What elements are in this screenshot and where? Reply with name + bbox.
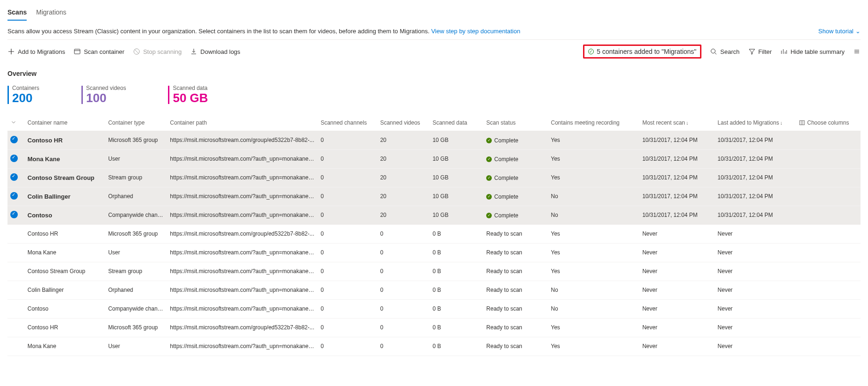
notification-text: 5 containers added to "Migrations": [597, 48, 696, 55]
row-checkbox[interactable]: [10, 342, 18, 349]
hide-summary-button[interactable]: Hide table summary: [780, 48, 845, 55]
table-row[interactable]: Colin Ballinger Orphaned https://msit.mi…: [7, 281, 861, 299]
row-select-cell[interactable]: [7, 299, 25, 318]
container-name: Mona Kane: [28, 343, 56, 349]
download-logs-button[interactable]: Download logs: [190, 48, 240, 55]
stats-row: Containers 200 Scanned videos 100 Scanne…: [7, 82, 861, 115]
row-checkbox[interactable]: [10, 267, 18, 275]
row-select-cell[interactable]: [7, 281, 25, 299]
hide-summary-label: Hide table summary: [790, 48, 845, 55]
svg-rect-0: [74, 49, 80, 54]
header-status[interactable]: Scan status: [483, 115, 548, 131]
add-to-migrations-button[interactable]: Add to Migrations: [7, 48, 65, 55]
table-row[interactable]: Contoso HR Microsoft 365 group https://m…: [7, 131, 861, 149]
header-name[interactable]: Container name: [25, 115, 105, 131]
row-select-cell[interactable]: [7, 206, 25, 224]
row-select-cell[interactable]: [7, 131, 25, 149]
filter-button[interactable]: Filter: [748, 48, 772, 55]
cell-added: 10/31/2017, 12:04 PM: [715, 131, 861, 149]
more-button[interactable]: [853, 48, 861, 55]
show-tutorial-button[interactable]: Show tutorial ⌄: [818, 28, 861, 35]
cell-status: Ready to scan: [483, 262, 548, 281]
search-icon: [710, 48, 717, 55]
search-button[interactable]: Search: [710, 48, 739, 55]
row-select-cell[interactable]: [7, 262, 25, 281]
table-row[interactable]: Mona Kane User https://msit.microsoftstr…: [7, 149, 861, 168]
cell-added: Never: [715, 243, 861, 262]
table-row[interactable]: Contoso HR Microsoft 365 group https://m…: [7, 224, 861, 243]
cell-videos: 0: [377, 224, 430, 243]
row-checkbox[interactable]: [10, 136, 18, 143]
status-text: Ready to scan: [486, 268, 522, 275]
status-text: Complete: [494, 156, 518, 163]
header-path[interactable]: Container path: [167, 115, 318, 131]
cell-channels: 0: [318, 299, 377, 318]
table-row[interactable]: Mona Kane User https://msit.microsoftstr…: [7, 337, 861, 356]
row-select-cell[interactable]: [7, 149, 25, 168]
header-recent[interactable]: Most recent scan↓: [640, 115, 715, 131]
row-select-cell[interactable]: [7, 337, 25, 356]
cell-type: Stream group: [105, 168, 167, 187]
row-select-cell[interactable]: [7, 243, 25, 262]
cell-name: Mona Kane: [25, 243, 105, 262]
cell-status: Ready to scan: [483, 337, 548, 356]
cell-channels: 0: [318, 318, 377, 337]
tab-scans[interactable]: Scans: [7, 6, 27, 21]
header-recording[interactable]: Contains meeting recording: [548, 115, 639, 131]
status-text: Ready to scan: [486, 305, 522, 312]
table-row[interactable]: Mona Kane User https://msit.microsoftstr…: [7, 243, 861, 262]
table-row[interactable]: Contoso HR Microsoft 365 group https://m…: [7, 318, 861, 337]
scan-container-label: Scan container: [84, 48, 124, 55]
cell-added: Never: [715, 224, 861, 243]
tab-migrations[interactable]: Migrations: [36, 6, 66, 21]
status-text: Complete: [494, 175, 518, 181]
header-channels[interactable]: Scanned channels: [318, 115, 377, 131]
overview-heading: Overview: [7, 63, 861, 82]
table-row[interactable]: Contoso Stream Group Stream group https:…: [7, 262, 861, 281]
header-videos[interactable]: Scanned videos: [377, 115, 430, 131]
row-select-cell[interactable]: [7, 224, 25, 243]
row-checkbox[interactable]: [10, 211, 18, 218]
row-checkbox[interactable]: [10, 248, 18, 256]
choose-columns-button[interactable]: Choose columns: [796, 115, 861, 131]
table-row[interactable]: Contoso Companywide channel https://msit…: [7, 299, 861, 318]
documentation-link[interactable]: View step by step documentation: [431, 28, 520, 35]
row-checkbox[interactable]: [10, 155, 18, 162]
header-last-added[interactable]: Last added to Migrations↓: [715, 115, 796, 131]
cell-path: https://msit.microsoftstream.com/?auth_u…: [167, 149, 318, 168]
table-row[interactable]: Colin Ballinger Orphaned https://msit.mi…: [7, 187, 861, 206]
tab-bar: Scans Migrations: [7, 0, 861, 21]
success-dot-icon: ✓: [486, 156, 492, 162]
cell-videos: 0: [377, 299, 430, 318]
cell-videos: 0: [377, 318, 430, 337]
cell-videos: 20: [377, 168, 430, 187]
row-select-cell[interactable]: [7, 187, 25, 206]
scan-icon: [73, 48, 81, 55]
row-checkbox[interactable]: [10, 323, 18, 331]
row-select-cell[interactable]: [7, 168, 25, 187]
table-row[interactable]: Contoso Companywide channel https://msit…: [7, 206, 861, 224]
cell-videos: 0: [377, 337, 430, 356]
success-dot-icon: ✓: [486, 213, 492, 218]
cell-type: Stream group: [105, 262, 167, 281]
header-data[interactable]: Scanned data: [430, 115, 483, 131]
table-row[interactable]: Contoso Stream Group Stream group https:…: [7, 168, 861, 187]
cell-path: https://msit.microsoftstream.com/group/e…: [167, 318, 318, 337]
cell-recording: Yes: [548, 337, 639, 356]
containers-table: Container name Container type Container …: [7, 115, 861, 356]
header-type[interactable]: Container type: [105, 115, 167, 131]
row-checkbox[interactable]: [10, 173, 18, 181]
row-select-cell[interactable]: [7, 318, 25, 337]
row-checkbox[interactable]: [10, 230, 18, 237]
row-checkbox[interactable]: [10, 304, 18, 312]
scan-container-button[interactable]: Scan container: [73, 48, 124, 55]
row-checkbox[interactable]: [10, 286, 18, 293]
cell-recent: Never: [640, 337, 715, 356]
cell-recent: 10/31/2017, 12:04 PM: [640, 168, 715, 187]
row-checkbox[interactable]: [10, 192, 18, 200]
container-name: Mona Kane: [28, 156, 60, 163]
summary-icon: [780, 48, 788, 55]
header-select[interactable]: [7, 115, 25, 131]
notification-highlight: ✓ 5 containers added to "Migrations": [583, 45, 701, 59]
success-dot-icon: ✓: [486, 194, 492, 200]
